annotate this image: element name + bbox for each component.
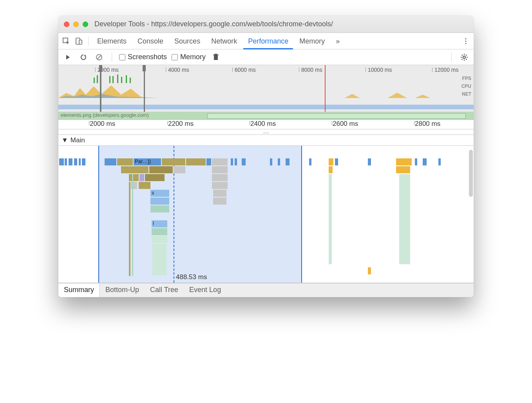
detail-ruler-area: elements.png (developers.google.com) 200…	[58, 112, 474, 129]
svg-point-3	[465, 38, 466, 39]
window-controls	[64, 22, 88, 27]
kebab-menu-icon[interactable]	[460, 36, 471, 47]
reload-icon[interactable]	[78, 52, 89, 63]
vertical-scrollbar[interactable]	[469, 150, 473, 197]
record-icon[interactable]	[62, 52, 73, 63]
zoom-icon[interactable]	[83, 22, 88, 27]
chevron-down-icon: ▼	[62, 136, 68, 144]
network-item-label: elements.png (developers.google.com)	[61, 112, 149, 118]
svg-line-19	[466, 54, 467, 55]
ov-tick: 12000 ms	[434, 67, 458, 73]
tabs-overflow-button[interactable]: »	[331, 34, 344, 48]
device-toggle-icon[interactable]	[73, 36, 84, 47]
overview-marker-red	[325, 65, 326, 112]
svg-line-17	[466, 59, 467, 60]
tab-summary[interactable]: Summary	[58, 283, 100, 297]
svg-rect-8	[214, 55, 218, 60]
flame-bar-parse[interactable]: Par…])	[134, 158, 161, 165]
tab-call-tree[interactable]: Call Tree	[145, 283, 184, 297]
main-track-label: Main	[71, 136, 85, 144]
screenshots-label: Screenshots	[128, 53, 167, 61]
svg-rect-9	[213, 54, 219, 55]
ov-tick: 6000 ms	[235, 67, 256, 73]
window-title: Developer Tools - https://developers.goo…	[94, 20, 333, 28]
tab-memory[interactable]: Memory	[295, 34, 329, 48]
gear-icon[interactable]	[459, 52, 470, 63]
ov-tick: 4000 ms	[168, 67, 189, 73]
selection-handle-left[interactable]	[99, 65, 102, 71]
svg-point-11	[463, 56, 465, 58]
tab-event-log[interactable]: Event Log	[184, 283, 226, 297]
svg-point-4	[465, 40, 466, 42]
detail-ruler: 2000 ms 2200 ms 2400 ms 2600 ms 2800 ms	[58, 120, 474, 129]
separator	[88, 36, 89, 46]
trash-icon[interactable]	[210, 52, 221, 63]
network-row[interactable]: elements.png (developers.google.com)	[58, 112, 474, 120]
tab-console[interactable]: Console	[133, 34, 168, 48]
screenshots-checkbox[interactable]: Screenshots	[119, 53, 167, 61]
ms-tick: 2000 ms	[90, 120, 115, 128]
devtools-window: Developer Tools - https://developers.goo…	[58, 16, 474, 297]
flame-chart[interactable]: 488.53 ms Par…])	[58, 146, 474, 283]
clear-icon[interactable]	[94, 52, 105, 63]
tab-sources[interactable]: Sources	[170, 34, 205, 48]
close-icon[interactable]	[64, 22, 69, 27]
ms-tick: 2600 ms	[333, 120, 358, 128]
minimize-icon[interactable]	[73, 22, 79, 27]
ms-tick: 2800 ms	[415, 120, 440, 128]
svg-line-16	[462, 54, 463, 55]
main-track-header[interactable]: ▼ Main	[58, 135, 474, 146]
tab-network[interactable]: Network	[206, 34, 242, 48]
svg-line-7	[97, 55, 101, 59]
overview-selection[interactable]	[100, 65, 145, 112]
ms-tick: 2400 ms	[250, 120, 276, 128]
panel-tabs: Elements Console Sources Network Perform…	[58, 33, 474, 49]
inspect-icon[interactable]	[61, 36, 72, 47]
details-tabs: Summary Bottom-Up Call Tree Event Log	[58, 283, 474, 297]
overview-strip[interactable]: 2000 ms 4000 ms 6000 ms 8000 ms 10000 ms…	[58, 65, 474, 112]
memory-input[interactable]	[172, 54, 178, 60]
performance-toolbar: Screenshots Memory	[58, 49, 474, 65]
svg-line-18	[462, 59, 463, 60]
tab-performance[interactable]: Performance	[243, 34, 293, 49]
ms-tick: 2200 ms	[168, 120, 194, 128]
tab-elements[interactable]: Elements	[92, 34, 131, 48]
separator	[451, 53, 452, 62]
svg-rect-2	[79, 40, 82, 44]
selection-handle-right[interactable]	[143, 65, 146, 71]
selection-duration: 488.53 ms	[176, 273, 207, 281]
memory-label: Memory	[180, 53, 206, 61]
screenshots-input[interactable]	[119, 54, 125, 60]
flame-bar-l[interactable]: l	[152, 220, 167, 227]
flame-bar-s[interactable]: s	[150, 190, 169, 197]
titlebar: Developer Tools - https://developers.goo…	[58, 16, 474, 33]
svg-rect-10	[215, 54, 217, 54]
ov-tick: 8000 ms	[301, 67, 322, 73]
svg-point-5	[465, 43, 466, 44]
memory-checkbox[interactable]: Memory	[172, 53, 206, 61]
separator	[112, 53, 112, 62]
tab-bottom-up[interactable]: Bottom-Up	[100, 283, 145, 297]
ov-tick: 10000 ms	[368, 67, 392, 73]
collapsed-tracks-row[interactable]: …	[58, 129, 474, 135]
